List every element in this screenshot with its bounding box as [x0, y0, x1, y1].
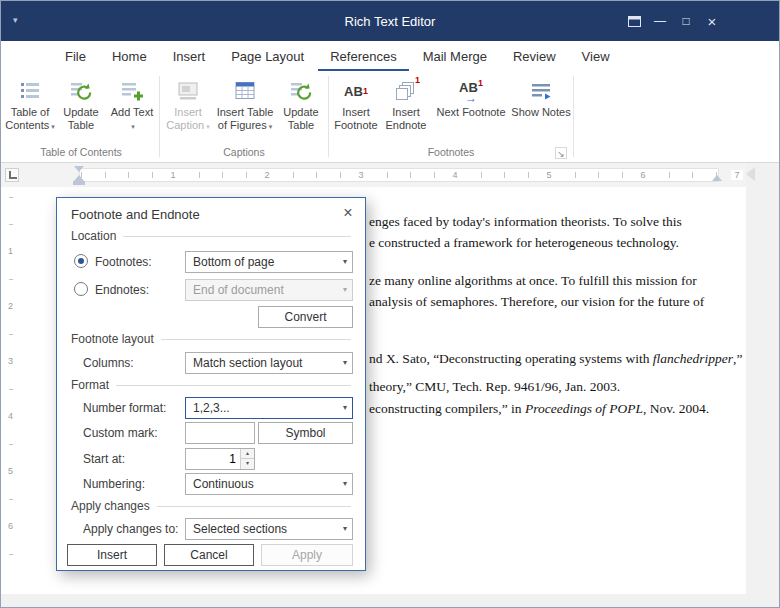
- group-label-table-of-contents: Table of Contents: [5, 145, 157, 162]
- apply-button: Apply: [261, 544, 353, 566]
- chevron-down-icon: ▾: [343, 474, 347, 494]
- footnote-endnote-dialog: Footnote and Endnote × Location Footnote…: [56, 197, 366, 571]
- columns-select[interactable]: Match section layout▾: [185, 352, 353, 374]
- minimize-button[interactable]: —: [651, 12, 669, 30]
- window-controls: — □ ×: [625, 1, 721, 41]
- insert-table-of-figures-button[interactable]: Insert Tableof Figures▾: [214, 73, 276, 145]
- section-location: Location: [71, 229, 351, 243]
- ruler-number: 1: [3, 246, 18, 256]
- next-footnote-icon: AB1→: [459, 76, 483, 106]
- custom-mark-label: Custom mark:: [83, 426, 158, 441]
- horizontal-ruler: 1 2 3 4 5 6 7: [1, 163, 779, 187]
- tab-mail-merge[interactable]: Mail Merge: [411, 44, 499, 71]
- footnotes-radio[interactable]: [74, 254, 88, 268]
- number-format-select[interactable]: 1,2,3...▾: [185, 397, 353, 419]
- tab-insert[interactable]: Insert: [161, 44, 218, 71]
- chevron-down-icon: ▾: [343, 280, 347, 300]
- section-apply-changes: Apply changes: [71, 499, 351, 513]
- close-button[interactable]: ×: [703, 12, 721, 30]
- ruler-number: 6: [637, 170, 649, 180]
- table-of-contents-icon: [18, 76, 42, 106]
- tab-selector[interactable]: [5, 168, 19, 182]
- chevron-down-icon: ▾: [343, 252, 347, 272]
- ribbon-group-footnotes: AB1 InsertFootnote 1 InsertEndnote AB1→ …: [331, 73, 571, 162]
- ruler-number: 2: [3, 301, 18, 311]
- insert-endnote-button[interactable]: 1 InsertEndnote: [381, 73, 431, 145]
- chevron-down-icon: ▾: [269, 123, 273, 130]
- footnotes-location-select[interactable]: Bottom of page▾: [185, 251, 353, 273]
- document-text-line: e constructed a framework for heterogene…: [369, 235, 679, 251]
- vertical-ruler: 1 2 3 4 5 6: [3, 191, 18, 591]
- stepper-up-icon[interactable]: ▴: [240, 449, 254, 459]
- ruler-number: 3: [355, 170, 367, 180]
- tab-references[interactable]: References: [318, 44, 408, 71]
- tab-page-layout[interactable]: Page Layout: [219, 44, 316, 71]
- ribbon-group-table-of-contents: Table ofContents▾ UpdateTable Add Text▾ …: [5, 73, 157, 162]
- group-separator: [573, 76, 574, 157]
- ruler-number: 4: [3, 411, 18, 421]
- add-text-button[interactable]: Add Text▾: [107, 73, 157, 145]
- insert-footnote-button[interactable]: AB1 InsertFootnote: [331, 73, 381, 145]
- section-footnote-layout: Footnote layout: [71, 332, 351, 346]
- first-line-indent-marker[interactable]: [74, 166, 84, 172]
- symbol-button[interactable]: Symbol: [258, 422, 353, 444]
- app-window: ▾ Rich Text Editor — □ × File Home Inser…: [0, 0, 780, 608]
- document-text-line: enges faced by today's information theor…: [369, 214, 682, 230]
- group-label-captions: Captions: [162, 145, 326, 162]
- left-indent-marker[interactable]: [73, 181, 85, 185]
- window-frame: [1, 594, 779, 607]
- insert-table-of-figures-icon: [233, 76, 257, 106]
- update-table-captions-button[interactable]: UpdateTable: [276, 73, 326, 145]
- ruler-number: 6: [3, 521, 18, 531]
- document-text-line: analysis of semaphores. Therefore, our v…: [369, 294, 704, 310]
- section-format: Format: [71, 378, 351, 392]
- next-footnote-button[interactable]: AB1→ Next Footnote: [431, 73, 511, 145]
- ribbon-display-options-icon[interactable]: [625, 12, 643, 30]
- document-text-line: nd X. Sato, “Deconstructing operating sy…: [369, 351, 742, 367]
- document-text-line: ze many online algorithms at once. To fu…: [369, 273, 697, 289]
- custom-mark-input[interactable]: [185, 422, 255, 444]
- numbering-select[interactable]: Continuous▾: [185, 473, 353, 495]
- convert-button[interactable]: Convert: [258, 306, 353, 328]
- stepper-down-icon[interactable]: ▾: [240, 459, 254, 469]
- insert-caption-button: InsertCaption▾: [162, 73, 214, 145]
- show-notes-icon: [529, 76, 553, 106]
- table-of-contents-button[interactable]: Table ofContents▾: [5, 73, 55, 145]
- ruler-number: 5: [543, 170, 555, 180]
- window-frame: [746, 163, 779, 607]
- insert-caption-icon: [176, 76, 200, 106]
- footnotes-dialog-launcher[interactable]: ↘: [555, 147, 567, 159]
- ruler-number: 3: [3, 356, 18, 366]
- cancel-button[interactable]: Cancel: [164, 544, 254, 566]
- tab-review[interactable]: Review: [501, 44, 568, 71]
- apply-changes-to-select[interactable]: Selected sections▾: [185, 518, 353, 540]
- right-indent-marker[interactable]: [712, 175, 722, 181]
- maximize-button[interactable]: □: [677, 12, 695, 30]
- ribbon: Table ofContents▾ UpdateTable Add Text▾ …: [1, 71, 779, 163]
- apply-changes-to-label: Apply changes to:: [83, 522, 178, 537]
- start-at-stepper: ▴ ▾: [185, 448, 255, 470]
- dialog-close-button[interactable]: ×: [338, 203, 358, 223]
- document-text-line: econstructing compilers,” in Proceedings…: [369, 401, 709, 417]
- start-at-input[interactable]: [186, 449, 240, 469]
- tab-view[interactable]: View: [570, 44, 622, 71]
- ruler-number: 1: [167, 170, 179, 180]
- chevron-down-icon: ▾: [131, 123, 135, 130]
- columns-label: Columns:: [83, 356, 134, 371]
- update-table-button[interactable]: UpdateTable: [55, 73, 107, 145]
- endnotes-radio[interactable]: [74, 282, 88, 296]
- tab-file[interactable]: File: [53, 44, 98, 71]
- group-label-footnotes: Footnotes: [331, 145, 571, 162]
- insert-button[interactable]: Insert: [67, 544, 157, 566]
- chevron-down-icon: ▾: [206, 123, 210, 130]
- chevron-down-icon: ▾: [343, 519, 347, 539]
- show-notes-button[interactable]: Show Notes: [511, 73, 571, 145]
- tab-home[interactable]: Home: [100, 44, 159, 71]
- ruler-number: 4: [449, 170, 461, 180]
- endnotes-location-select: End of document▾: [185, 279, 353, 301]
- ruler-number: 5: [3, 466, 18, 476]
- endnotes-radio-label: Endnotes:: [95, 283, 149, 298]
- ruler-end-marker: [746, 167, 755, 181]
- insert-endnote-icon: 1: [394, 76, 418, 106]
- insert-footnote-icon: AB1: [344, 76, 368, 106]
